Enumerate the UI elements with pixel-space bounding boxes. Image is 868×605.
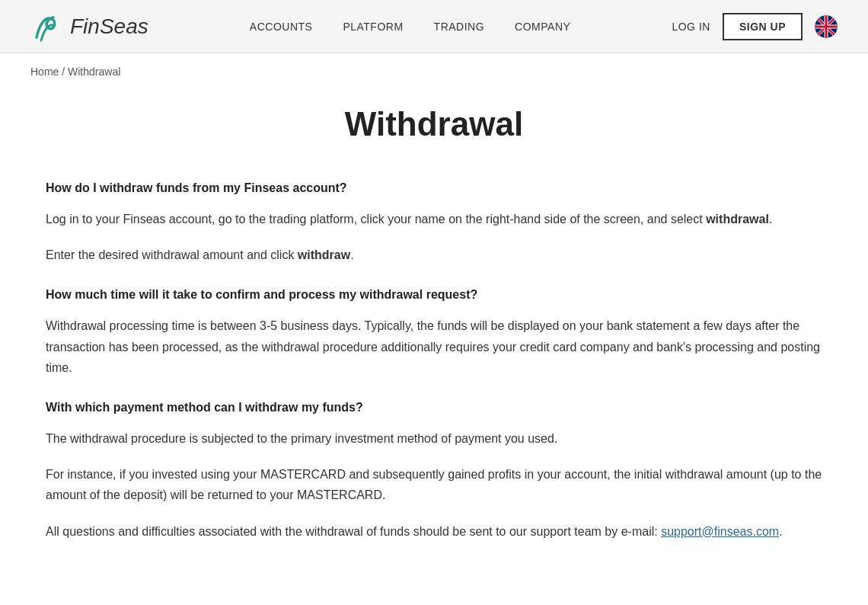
faq-answer-3c: All questions and difficulties associate… [46, 521, 822, 542]
logo-icon [30, 8, 67, 45]
faq-question-1: How do I withdraw funds from my Finseas … [46, 181, 822, 195]
main-content: Withdrawal How do I withdraw funds from … [15, 90, 853, 603]
faq-question-3: With which payment method can I withdraw… [46, 401, 822, 415]
breadcrumb-current: Withdrawal [68, 66, 120, 78]
faq-question-2: How much time will it take to confirm an… [46, 288, 822, 302]
faq-answer-3: The withdrawal procedure is subjected to… [46, 428, 822, 449]
header-actions: LOG IN SIGN UP [672, 13, 838, 40]
nav-company[interactable]: COMPANY [515, 21, 570, 33]
sign-up-button[interactable]: SIGN UP [723, 13, 803, 40]
faq-answer-1b: Enter the desired withdrawal amount and … [46, 245, 822, 265]
logo[interactable]: FinSeas [30, 8, 148, 45]
nav-trading[interactable]: TRADING [434, 21, 485, 33]
main-nav: ACCOUNTS PLATFORM TRADING COMPANY [250, 21, 571, 33]
support-email-link[interactable]: support@finseas.com [661, 525, 779, 538]
faq-answer-2: Withdrawal processing time is between 3-… [46, 315, 822, 378]
page-title: Withdrawal [46, 105, 822, 143]
nav-platform[interactable]: PLATFORM [343, 21, 403, 33]
faq-answer-3b: For instance, if you invested using your… [46, 464, 822, 505]
logo-text: FinSeas [70, 14, 148, 39]
breadcrumb-separator: / [62, 66, 68, 78]
nav-accounts[interactable]: ACCOUNTS [250, 21, 313, 33]
breadcrumb: Home / Withdrawal [0, 53, 868, 90]
language-selector[interactable] [815, 15, 838, 38]
log-in-button[interactable]: LOG IN [672, 21, 710, 33]
faq-section: How do I withdraw funds from my Finseas … [46, 181, 822, 542]
faq-answer-1: Log in to your Finseas account, go to th… [46, 209, 822, 229]
breadcrumb-home[interactable]: Home [30, 66, 59, 78]
